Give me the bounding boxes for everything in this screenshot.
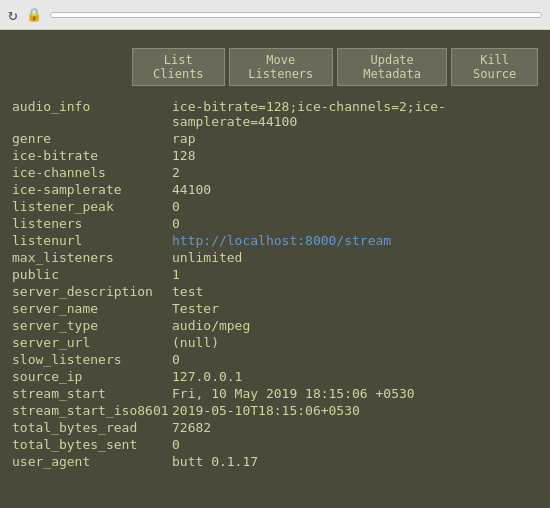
field-key: audio_info [12, 99, 172, 129]
table-row: genrerap [12, 130, 538, 147]
field-value: rap [172, 131, 538, 146]
table-row: server_typeaudio/mpeg [12, 317, 538, 334]
field-key: slow_listeners [12, 352, 172, 367]
field-value: 0 [172, 437, 538, 452]
field-value: ice-bitrate=128;ice-channels=2;ice-sampl… [172, 99, 538, 129]
table-row: stream_startFri, 10 May 2019 18:15:06 +0… [12, 385, 538, 402]
toolbar: List ClientsMove ListenersUpdate Metadat… [12, 48, 538, 86]
table-row: listenurlhttp://localhost:8000/stream [12, 232, 538, 249]
field-key: stream_start [12, 386, 172, 401]
field-value: audio/mpeg [172, 318, 538, 333]
field-value: 127.0.0.1 [172, 369, 538, 384]
field-key: listeners [12, 216, 172, 231]
table-row: public1 [12, 266, 538, 283]
table-row: total_bytes_read72682 [12, 419, 538, 436]
field-value[interactable]: http://localhost:8000/stream [172, 233, 538, 248]
table-row: stream_start_iso86012019-05-10T18:15:06+… [12, 402, 538, 419]
table-row: ice-samplerate44100 [12, 181, 538, 198]
field-value: 0 [172, 199, 538, 214]
field-value: 72682 [172, 420, 538, 435]
field-key: max_listeners [12, 250, 172, 265]
field-key: user_agent [12, 454, 172, 469]
field-value: 0 [172, 216, 538, 231]
field-key: ice-bitrate [12, 148, 172, 163]
table-row: server_descriptiontest [12, 283, 538, 300]
field-value: Fri, 10 May 2019 18:15:06 +0530 [172, 386, 538, 401]
table-row: listener_peak0 [12, 198, 538, 215]
table-row: source_ip127.0.0.1 [12, 368, 538, 385]
data-table: audio_infoice-bitrate=128;ice-channels=2… [12, 98, 538, 470]
field-key: ice-channels [12, 165, 172, 180]
table-row: ice-bitrate128 [12, 147, 538, 164]
field-key: server_url [12, 335, 172, 350]
table-row: ice-channels2 [12, 164, 538, 181]
table-row: server_url(null) [12, 334, 538, 351]
field-value: (null) [172, 335, 538, 350]
address-bar[interactable] [50, 12, 542, 18]
field-key: server_description [12, 284, 172, 299]
field-value: 2 [172, 165, 538, 180]
field-key: total_bytes_sent [12, 437, 172, 452]
field-value: butt 0.1.17 [172, 454, 538, 469]
field-key: public [12, 267, 172, 282]
table-row: total_bytes_sent0 [12, 436, 538, 453]
table-row: audio_infoice-bitrate=128;ice-channels=2… [12, 98, 538, 130]
refresh-icon[interactable]: ↻ [8, 5, 18, 24]
field-key: ice-samplerate [12, 182, 172, 197]
table-row: max_listenersunlimited [12, 249, 538, 266]
kill-source-button[interactable]: Kill Source [451, 48, 538, 86]
table-row: slow_listeners0 [12, 351, 538, 368]
field-value: Tester [172, 301, 538, 316]
field-value: test [172, 284, 538, 299]
list-clients-button[interactable]: List Clients [132, 48, 225, 86]
field-value: 44100 [172, 182, 538, 197]
field-key: listenurl [12, 233, 172, 248]
field-key: genre [12, 131, 172, 146]
field-key: stream_start_iso8601 [12, 403, 172, 418]
field-value: 1 [172, 267, 538, 282]
update-metadata-button[interactable]: Update Metadata [337, 48, 447, 86]
main-content: List ClientsMove ListenersUpdate Metadat… [0, 30, 550, 478]
field-key: server_name [12, 301, 172, 316]
browser-bar: ↻ 🔒 [0, 0, 550, 30]
field-key: total_bytes_read [12, 420, 172, 435]
field-key: server_type [12, 318, 172, 333]
lock-icon: 🔒 [26, 7, 42, 22]
move-listeners-button[interactable]: Move Listeners [229, 48, 333, 86]
field-value: 0 [172, 352, 538, 367]
field-key: listener_peak [12, 199, 172, 214]
table-row: listeners0 [12, 215, 538, 232]
field-key: source_ip [12, 369, 172, 384]
table-row: server_nameTester [12, 300, 538, 317]
field-value: 2019-05-10T18:15:06+0530 [172, 403, 538, 418]
field-value: 128 [172, 148, 538, 163]
table-row: user_agentbutt 0.1.17 [12, 453, 538, 470]
field-value: unlimited [172, 250, 538, 265]
